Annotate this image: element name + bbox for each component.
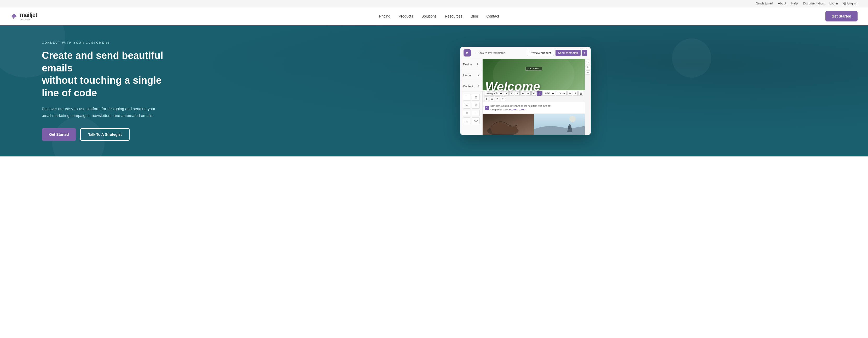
send-dropdown-button[interactable]: ▾ xyxy=(582,50,587,56)
color-btn[interactable]: A xyxy=(490,96,494,101)
promo-code: *ADVENTURE* xyxy=(509,108,525,111)
comment-tool[interactable]: 💬 xyxy=(586,60,590,64)
superscript-btn[interactable]: X² xyxy=(501,96,505,101)
content-section: Content ∧ xyxy=(460,81,482,92)
hero-eyebrow: Connect with your customers xyxy=(42,41,178,44)
promo-line1: Start off your next adventure on the rig… xyxy=(490,104,582,108)
send-campaign-button[interactable]: Send campaign xyxy=(556,50,581,56)
logo-sub: by Sinch xyxy=(20,18,37,21)
code-icon[interactable]: </> xyxy=(472,117,480,124)
divider-icon[interactable]: ≡ xyxy=(463,110,471,116)
backpacker-image xyxy=(534,114,585,135)
canvas-side-tools: 💬 🗑 ⧉ xyxy=(585,59,590,135)
underline-btn[interactable]: U xyxy=(579,91,583,96)
backpacker-svg xyxy=(534,114,585,135)
editor-sidebar: Design ⊢ Layout ∨ Content ∧ xyxy=(460,59,483,135)
layout-sidebar-item[interactable]: Layout ∨ xyxy=(460,72,482,79)
sinch-email-link[interactable]: Sinch Email xyxy=(756,2,773,5)
content-tools: T ⊡ 🖼 ⊞ ≡ ⊤ ◎ </> xyxy=(460,92,482,126)
nav-pricing[interactable]: Pricing xyxy=(379,14,391,18)
text-block-icon[interactable]: T xyxy=(463,94,471,101)
boots-image xyxy=(483,114,534,135)
edit-cursor-icon: ✎ xyxy=(485,106,489,110)
email-header-image: FALCON Welcome xyxy=(483,59,585,90)
design-label: Design xyxy=(463,63,472,66)
icon-row-1: T ⊡ xyxy=(463,94,480,101)
design-sidebar-item[interactable]: Design ⊢ xyxy=(460,61,482,67)
strikethrough-btn[interactable]: T xyxy=(484,96,489,101)
icon-row-2: 🖼 ⊞ xyxy=(463,102,480,109)
copy-tool[interactable]: ⧉ xyxy=(586,71,590,75)
layout-label: Layout xyxy=(463,74,472,77)
svg-marker-4 xyxy=(466,52,468,54)
globe-icon xyxy=(843,2,846,5)
nav-products[interactable]: Products xyxy=(399,14,413,18)
help-link[interactable]: Help xyxy=(792,2,798,5)
editor-topbar: ← Back to my templates Preview and test … xyxy=(460,47,590,59)
language-selector[interactable]: English xyxy=(843,2,858,5)
brand-badge: FALCON xyxy=(525,67,541,71)
canvas-content: FALCON Welcome Paragraph ✕ 1. • ⇤ xyxy=(483,59,585,135)
layout-icon: ∨ xyxy=(477,74,480,77)
design-section: Design ⊢ xyxy=(460,59,482,70)
welcome-headline: Welcome xyxy=(485,80,540,93)
editor-logo-button[interactable] xyxy=(464,49,471,57)
preview-and-test-button[interactable]: Preview and test xyxy=(527,50,554,56)
hero-get-started-button[interactable]: Get Started xyxy=(42,128,76,141)
nav-contact[interactable]: Contact xyxy=(487,14,499,18)
topbar-actions: Preview and test Send campaign ▾ xyxy=(527,50,587,56)
layout-section: Layout ∨ xyxy=(460,70,482,81)
nav-get-started-button[interactable]: Get Started xyxy=(826,11,858,22)
text-edit-area[interactable]: ✎ Start off your next adventure on the r… xyxy=(483,102,585,114)
delete-tool[interactable]: 🗑 xyxy=(586,65,590,69)
editor-window: ← Back to my templates Preview and test … xyxy=(460,47,591,135)
nav-resources[interactable]: Resources xyxy=(445,14,463,18)
svg-point-9 xyxy=(569,116,576,122)
nav-links: Pricing Products Solutions Resources Blo… xyxy=(53,14,825,18)
hero-title: Create and send beautiful emails without… xyxy=(42,50,178,99)
editor-canvas: FALCON Welcome Paragraph ✕ 1. • ⇤ xyxy=(483,59,585,135)
back-to-templates-link[interactable]: ← Back to my templates xyxy=(473,51,525,54)
design-icon: ⊢ xyxy=(477,62,480,66)
about-link[interactable]: About xyxy=(778,2,786,5)
mailjet-logo-icon xyxy=(10,12,18,20)
editor-body: Design ⊢ Layout ∨ Content ∧ xyxy=(460,59,590,135)
hero-content: Connect with your customers Create and s… xyxy=(42,41,178,141)
main-nav: mailjet by Sinch Pricing Products Soluti… xyxy=(0,7,868,25)
bold-btn[interactable]: B xyxy=(567,91,572,96)
size-select[interactable]: 14 xyxy=(556,91,567,96)
grid-icon[interactable]: ⊞ xyxy=(472,102,480,109)
hero-description: Discover our easy-to-use platform for de… xyxy=(42,106,157,119)
logo[interactable]: mailjet by Sinch xyxy=(10,11,37,21)
content-icon: ∧ xyxy=(477,84,480,88)
hero-strategist-button[interactable]: Talk To A Strategist xyxy=(80,128,129,141)
content-label: Content xyxy=(463,85,473,88)
email-promo-text: Start off your next adventure on the rig… xyxy=(485,104,582,111)
image-text-icon[interactable]: ⊡ xyxy=(472,94,480,101)
image-block-icon[interactable]: 🖼 xyxy=(463,102,471,109)
boots-svg xyxy=(483,114,534,135)
utility-bar: Sinch Email About Help Documentation Log… xyxy=(0,0,868,7)
layout-icon-2[interactable]: ⊤ xyxy=(472,110,480,116)
content-sidebar-item[interactable]: Content ∧ xyxy=(460,83,482,89)
language-label: English xyxy=(847,2,858,5)
editor-logo-icon xyxy=(465,51,469,55)
promo-line2: Use promo code: *ADVENTURE* xyxy=(490,108,582,112)
preview-icon[interactable]: ◎ xyxy=(463,117,471,124)
nav-solutions[interactable]: Solutions xyxy=(422,14,437,18)
documentation-link[interactable]: Documentation xyxy=(803,2,824,5)
email-bottom-images xyxy=(483,114,585,135)
login-link[interactable]: Log in xyxy=(829,2,838,5)
logo-name: mailjet xyxy=(20,11,37,18)
icon-row-3: ≡ ⊤ xyxy=(463,110,480,116)
editor-mockup: ← Back to my templates Preview and test … xyxy=(193,47,858,135)
font-select[interactable]: Arial xyxy=(542,91,555,96)
highlight-btn[interactable]: ✎ xyxy=(495,96,500,101)
hero-buttons: Get Started Talk To A Strategist xyxy=(42,128,178,141)
italic-btn[interactable]: I xyxy=(573,91,578,96)
hero-section: Connect with your customers Create and s… xyxy=(0,25,868,157)
nav-blog[interactable]: Blog xyxy=(471,14,478,18)
icon-row-4: ◎ </> xyxy=(463,117,480,124)
svg-rect-10 xyxy=(568,126,570,129)
